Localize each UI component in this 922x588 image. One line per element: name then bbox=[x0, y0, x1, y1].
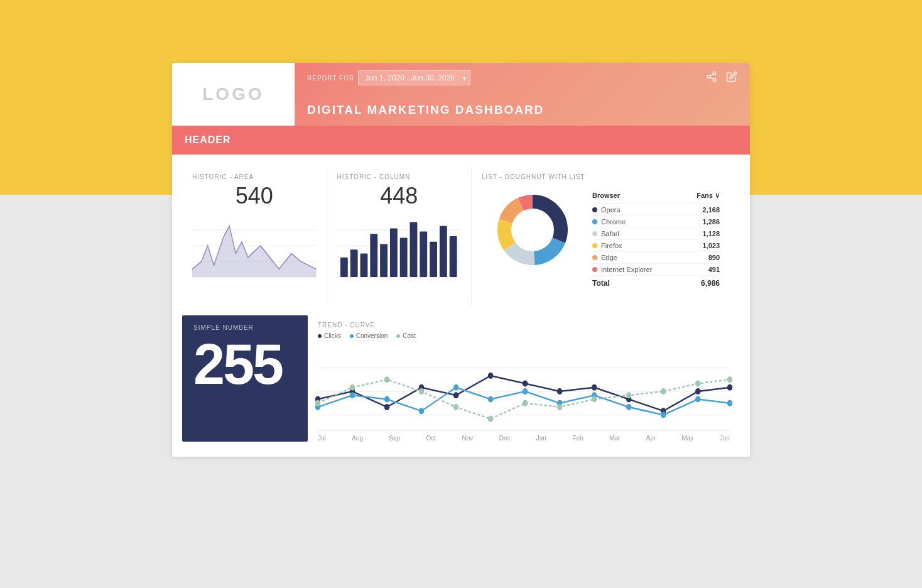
svg-point-68 bbox=[488, 416, 493, 422]
svg-rect-21 bbox=[420, 232, 427, 278]
chrome-dot bbox=[592, 219, 597, 224]
col-header-browser: Browser bbox=[592, 192, 620, 200]
doughnut-list-panel: LIST - DOUGHNUT WITH LIST bbox=[472, 167, 740, 305]
svg-point-41 bbox=[453, 392, 458, 398]
browser-table: Browser Fans ∨ Opera bbox=[592, 189, 720, 289]
share-icon[interactable] bbox=[706, 71, 717, 85]
legend-conversion: Conversion bbox=[350, 332, 388, 339]
svg-point-48 bbox=[695, 388, 700, 395]
svg-point-73 bbox=[661, 388, 666, 395]
edge-value: 890 bbox=[708, 254, 720, 261]
total-value: 6,986 bbox=[701, 279, 720, 288]
firefox-value: 1,023 bbox=[702, 242, 720, 249]
svg-rect-16 bbox=[370, 234, 377, 277]
svg-rect-14 bbox=[350, 249, 357, 277]
trend-curve-panel: TREND - CURVE Clicks Conversion Cost bbox=[308, 315, 740, 442]
col-header-fans: Fans ∨ bbox=[697, 192, 720, 200]
area-chart bbox=[192, 214, 317, 277]
section-header-text: HEADER bbox=[185, 134, 231, 145]
logo-text: LOGO bbox=[202, 84, 264, 104]
browser-row-ie: Internet Explorer 491 bbox=[592, 264, 720, 276]
cost-legend-label: Cost bbox=[403, 332, 416, 339]
header-top-row: REPORT FOR Jun 1, 2020 - Jun 30, 2020 bbox=[307, 63, 737, 85]
browser-total-row: Total 6,986 bbox=[592, 276, 720, 289]
content-area: HEADER HISTORIC - AREA 540 bbox=[172, 126, 750, 457]
historic-area-label: HISTORIC - AREA bbox=[192, 173, 317, 180]
firefox-dot bbox=[592, 243, 597, 248]
svg-point-54 bbox=[453, 384, 458, 391]
svg-rect-13 bbox=[340, 258, 347, 277]
chrome-name: Chrome bbox=[601, 218, 626, 226]
svg-rect-17 bbox=[380, 244, 388, 278]
dashboard-title-row: DIGITAL MARKETING DASHBOARD bbox=[307, 103, 737, 126]
date-range-value: Jun 1, 2020 - Jun 30, 2020 bbox=[365, 74, 455, 82]
report-for-label: REPORT FOR bbox=[307, 75, 354, 82]
ie-dot bbox=[592, 267, 597, 272]
doughnut-chart bbox=[492, 189, 580, 277]
conversion-legend-label: Conversion bbox=[356, 332, 388, 339]
conversion-legend-dot bbox=[350, 334, 354, 338]
trend-legend: Clicks Conversion Cost bbox=[318, 332, 730, 339]
cost-legend-dot bbox=[396, 334, 400, 338]
svg-point-55 bbox=[488, 396, 493, 403]
bar-chart bbox=[337, 214, 462, 277]
svg-point-2 bbox=[713, 79, 716, 82]
opera-name: Opera bbox=[601, 206, 621, 214]
clicks-legend-dot bbox=[318, 334, 322, 338]
header-content: REPORT FOR Jun 1, 2020 - Jun 30, 2020 bbox=[295, 63, 750, 126]
svg-point-32 bbox=[514, 211, 551, 249]
firefox-name: Firefox bbox=[601, 242, 622, 249]
safari-name: Safari bbox=[601, 230, 619, 237]
edge-name: Edge bbox=[601, 254, 617, 261]
dashboard-title: DIGITAL MARKETING DASHBOARD bbox=[307, 103, 544, 116]
svg-rect-18 bbox=[389, 229, 397, 278]
browser-row-edge: Edge 890 bbox=[592, 252, 720, 264]
opera-dot bbox=[592, 207, 597, 212]
svg-point-59 bbox=[626, 404, 631, 410]
svg-point-45 bbox=[592, 384, 597, 391]
section-header-bar: HEADER bbox=[172, 126, 750, 155]
svg-rect-19 bbox=[399, 238, 407, 278]
svg-point-72 bbox=[626, 392, 631, 398]
historic-area-panel: HISTORIC - AREA 540 bbox=[182, 167, 327, 305]
legend-cost: Cost bbox=[396, 332, 416, 339]
svg-point-65 bbox=[384, 376, 389, 383]
svg-point-52 bbox=[384, 396, 389, 403]
svg-point-49 bbox=[727, 384, 732, 391]
header-icons-row bbox=[706, 71, 737, 85]
opera-value: 2,168 bbox=[702, 206, 720, 214]
total-label: Total bbox=[592, 279, 610, 288]
simple-number-label: SIMPLE NUMBER bbox=[193, 324, 296, 331]
svg-line-3 bbox=[710, 77, 713, 79]
simple-number-panel: SIMPLE NUMBER 255 bbox=[182, 315, 308, 442]
svg-point-75 bbox=[727, 376, 732, 383]
date-range-dropdown[interactable]: Jun 1, 2020 - Jun 30, 2020 bbox=[358, 70, 470, 85]
svg-point-44 bbox=[557, 388, 562, 395]
historic-column-panel: HISTORIC - COLUMN 448 bbox=[327, 167, 472, 305]
chrome-value: 1,286 bbox=[702, 218, 720, 226]
browser-row-opera: Opera 2,168 bbox=[592, 204, 720, 216]
header-banner: LOGO REPORT FOR Jun 1, 2020 - Jun 30, 20… bbox=[172, 63, 750, 126]
edit-icon[interactable] bbox=[726, 71, 737, 85]
svg-point-51 bbox=[350, 392, 355, 398]
svg-point-61 bbox=[695, 396, 700, 403]
svg-point-43 bbox=[523, 381, 528, 387]
svg-point-70 bbox=[557, 404, 562, 410]
header-card: LOGO REPORT FOR Jun 1, 2020 - Jun 30, 20… bbox=[172, 63, 750, 457]
main-container: LOGO REPORT FOR Jun 1, 2020 - Jun 30, 20… bbox=[172, 0, 750, 457]
svg-rect-20 bbox=[409, 222, 417, 278]
svg-point-0 bbox=[713, 72, 716, 75]
safari-dot bbox=[592, 231, 597, 236]
browser-row-firefox: Firefox 1,023 bbox=[592, 240, 720, 252]
charts-row-1: HISTORIC - AREA 540 bbox=[172, 167, 750, 305]
svg-point-53 bbox=[419, 408, 424, 414]
browser-table-header: Browser Fans ∨ bbox=[592, 189, 720, 204]
browser-row-safari: Safari 1,128 bbox=[592, 228, 720, 240]
doughnut-list-label: LIST - DOUGHNUT WITH LIST bbox=[482, 173, 730, 180]
trend-chart bbox=[318, 344, 730, 432]
safari-value: 1,128 bbox=[702, 230, 720, 237]
charts-row-2: SIMPLE NUMBER 255 TREND - CURVE Clicks C… bbox=[172, 305, 750, 442]
svg-point-63 bbox=[315, 400, 320, 406]
fans-sort-icon[interactable]: ∨ bbox=[715, 192, 720, 199]
svg-rect-22 bbox=[430, 242, 437, 277]
